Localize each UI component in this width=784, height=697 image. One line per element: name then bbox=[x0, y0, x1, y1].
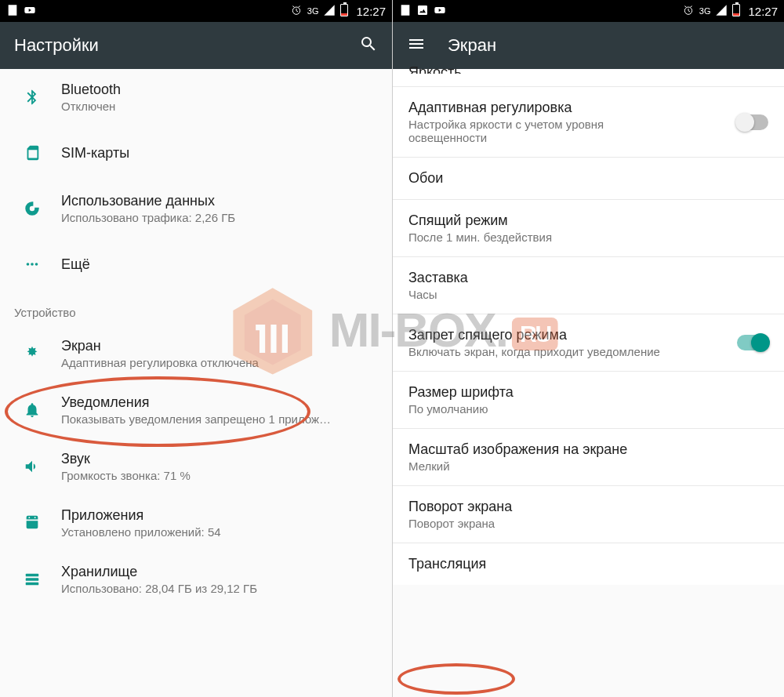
search-button[interactable] bbox=[359, 34, 378, 56]
page-title: Настройки bbox=[14, 35, 99, 56]
setting-sublabel: По умолчанию bbox=[408, 402, 768, 416]
setting-bluetooth[interactable]: Bluetooth Отключен bbox=[0, 69, 392, 125]
clock-text: 12:27 bbox=[748, 5, 778, 18]
setting-sublabel: Установлено приложений: 54 bbox=[61, 525, 378, 539]
svg-rect-7 bbox=[26, 583, 39, 586]
setting-label: Поворот экрана bbox=[408, 499, 768, 515]
setting-label: Приложения bbox=[61, 507, 378, 524]
setting-sublabel: Часы bbox=[408, 288, 768, 301]
svg-rect-8 bbox=[418, 5, 427, 15]
stay-awake-toggle[interactable] bbox=[737, 335, 768, 350]
setting-brightness-partial[interactable]: Яркость bbox=[393, 69, 784, 87]
setting-label: Bluetooth bbox=[61, 82, 378, 98]
more-icon bbox=[24, 256, 41, 273]
page-title: Экран bbox=[448, 35, 496, 56]
search-icon bbox=[359, 34, 378, 53]
setting-more[interactable]: Ещё bbox=[0, 237, 392, 292]
status-bar: 3G 12:27 bbox=[0, 0, 392, 22]
setting-label: Яркость bbox=[408, 64, 768, 74]
setting-label: Масштаб изображения на экране bbox=[408, 441, 768, 458]
sim-icon bbox=[24, 144, 41, 162]
setting-display[interactable]: Экран Адаптивная регулировка отключена bbox=[0, 325, 392, 382]
setting-screensaver[interactable]: Заставка Часы bbox=[393, 257, 784, 314]
setting-label: Обои bbox=[408, 170, 768, 187]
data-usage-icon bbox=[24, 200, 41, 217]
priority-icon bbox=[6, 4, 19, 19]
setting-sublabel: Адаптивная регулировка отключена bbox=[61, 356, 378, 369]
adaptive-brightness-toggle[interactable] bbox=[737, 114, 768, 130]
alarm-icon bbox=[290, 4, 303, 19]
svg-point-2 bbox=[27, 263, 30, 266]
category-device: Устройство bbox=[0, 292, 392, 325]
setting-label: Трансляция bbox=[408, 556, 768, 572]
setting-label: Звук bbox=[61, 451, 378, 467]
setting-sublabel: Громкость звонка: 71 % bbox=[61, 469, 378, 482]
setting-label: Использование данных bbox=[61, 193, 378, 209]
setting-sublabel: После 1 мин. бездействия bbox=[408, 231, 768, 244]
setting-adaptive-brightness[interactable]: Адаптивная регулировка Настройка яркости… bbox=[393, 87, 784, 158]
setting-rotation[interactable]: Поворот экрана Поворот экрана bbox=[393, 486, 784, 543]
svg-point-3 bbox=[31, 263, 34, 266]
setting-sublabel: Использовано: 28,04 ГБ из 29,12 ГБ bbox=[61, 582, 378, 595]
setting-sublabel: Поворот экрана bbox=[408, 517, 768, 530]
setting-display-size[interactable]: Масштаб изображения на экране Мелкий bbox=[393, 429, 784, 486]
network-label: 3G bbox=[699, 6, 711, 16]
sound-icon bbox=[24, 458, 41, 475]
setting-storage[interactable]: Хранилище Использовано: 28,04 ГБ из 29,1… bbox=[0, 551, 392, 608]
setting-cast[interactable]: Трансляция bbox=[393, 543, 784, 585]
image-icon bbox=[416, 4, 429, 19]
setting-sound[interactable]: Звук Громкость звонка: 71 % bbox=[0, 438, 392, 495]
battery-icon bbox=[340, 4, 348, 19]
setting-notifications[interactable]: Уведомления Показывать уведомления запре… bbox=[0, 382, 392, 438]
setting-label: Размер шрифта bbox=[408, 384, 768, 401]
youtube-icon bbox=[434, 4, 446, 19]
setting-label: Ещё bbox=[61, 256, 378, 273]
priority-icon bbox=[399, 4, 412, 19]
settings-list: Bluetooth Отключен SIM-карты Использован… bbox=[0, 69, 392, 608]
storage-icon bbox=[24, 571, 41, 588]
setting-apps[interactable]: Приложения Установлено приложений: 54 bbox=[0, 495, 392, 551]
app-bar: Экран bbox=[393, 22, 784, 69]
network-label: 3G bbox=[307, 6, 319, 16]
status-bar: 3G 12:27 bbox=[393, 0, 784, 22]
svg-rect-5 bbox=[26, 574, 39, 577]
signal-icon bbox=[323, 4, 336, 19]
setting-label: Хранилище bbox=[61, 564, 378, 580]
youtube-icon bbox=[24, 4, 36, 19]
svg-point-4 bbox=[35, 263, 38, 266]
alarm-icon bbox=[682, 4, 695, 19]
bell-icon bbox=[24, 401, 41, 419]
setting-sleep[interactable]: Спящий режим После 1 мин. бездействия bbox=[393, 200, 784, 257]
setting-label: SIM-карты bbox=[61, 145, 378, 162]
setting-sublabel: Отключен bbox=[61, 100, 378, 113]
hamburger-icon bbox=[407, 34, 426, 53]
setting-sublabel: Настройка яркости с учетом уровня освеще… bbox=[408, 118, 675, 144]
display-settings-list: Яркость Адаптивная регулировка Настройка… bbox=[393, 69, 784, 585]
svg-rect-6 bbox=[26, 578, 39, 581]
setting-sim[interactable]: SIM-карты bbox=[0, 125, 392, 180]
display-icon bbox=[24, 345, 41, 362]
app-bar: Настройки bbox=[0, 22, 392, 69]
setting-label: Уведомления bbox=[61, 394, 378, 411]
setting-sublabel: Включать экран, когда приходит уведомлен… bbox=[408, 345, 706, 358]
setting-label: Адаптивная регулировка bbox=[408, 100, 768, 116]
setting-sublabel: Показывать уведомления запрещено 1 прило… bbox=[61, 412, 378, 426]
setting-wallpaper[interactable]: Обои bbox=[393, 158, 784, 200]
phone-settings-main: 3G 12:27 Настройки Bluetooth Отключен bbox=[0, 0, 392, 697]
setting-sublabel: Использовано трафика: 2,26 ГБ bbox=[61, 211, 378, 224]
setting-label: Запрет спящего режима bbox=[408, 327, 768, 343]
battery-icon bbox=[732, 4, 740, 19]
setting-label: Заставка bbox=[408, 270, 768, 286]
setting-sublabel: Мелкий bbox=[408, 459, 768, 473]
signal-icon bbox=[715, 4, 728, 19]
highlight-cast bbox=[397, 663, 515, 695]
bluetooth-icon bbox=[24, 89, 41, 106]
setting-label: Спящий режим bbox=[408, 212, 768, 229]
setting-data-usage[interactable]: Использование данных Использовано трафик… bbox=[0, 180, 392, 237]
setting-label: Экран bbox=[61, 338, 378, 354]
phone-display-settings: 3G 12:27 Экран Яркость Адаптивная регули… bbox=[392, 0, 784, 697]
menu-button[interactable] bbox=[407, 34, 426, 56]
setting-font-size[interactable]: Размер шрифта По умолчанию bbox=[393, 372, 784, 429]
setting-stay-awake[interactable]: Запрет спящего режима Включать экран, ко… bbox=[393, 314, 784, 372]
apps-icon bbox=[24, 514, 41, 532]
